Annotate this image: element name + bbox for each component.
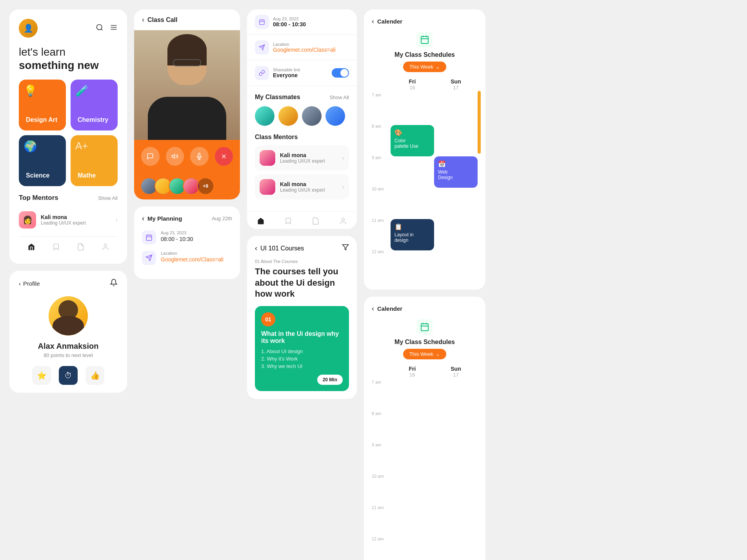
cal-layout-event[interactable]: 📋 Layout indesign	[391, 219, 434, 250]
volume-btn[interactable]	[166, 147, 184, 166]
svg-rect-28	[421, 324, 428, 331]
cal-bot-sun-name: Sun	[434, 366, 478, 372]
call-controls	[134, 140, 240, 173]
bell-icon[interactable]	[110, 279, 118, 288]
user-avatar[interactable]: 👤	[19, 19, 38, 38]
mentor-1-name: Kali mona	[280, 152, 338, 158]
cal-bot-time-col: 7 am 8 am 9 am 10 am 11 am 12 am	[372, 366, 391, 560]
classmates-show-all[interactable]: Show All	[329, 94, 349, 100]
cd-nav-bookmark-icon[interactable]	[284, 217, 292, 227]
cd-nav-profile-icon[interactable]	[339, 217, 347, 227]
thumbsup-action-btn[interactable]: 👍	[85, 366, 104, 385]
time-10am: 10 am	[372, 185, 391, 216]
class-detail-bottom-nav	[247, 211, 357, 229]
class-location-icon	[255, 40, 269, 54]
class-date-label: Aug 23, 2023	[273, 16, 349, 21]
classmate-2[interactable]	[278, 106, 298, 126]
chat-btn[interactable]	[141, 147, 160, 166]
class-call-back-icon[interactable]: ‹	[142, 16, 144, 24]
cal-bot-fri-name: Fri	[391, 366, 434, 372]
mic-btn[interactable]	[190, 147, 209, 166]
cal-fri-col: Fri 16 🎨 Colorpalette Use 📋	[391, 78, 434, 282]
cal-top-week-btn[interactable]: This Week ⌄	[403, 62, 446, 72]
shareable-toggle[interactable]	[332, 68, 349, 78]
planning-date-detail: Aug 23, 2023 08:00 - 10:30	[161, 230, 232, 242]
profile-actions: ⭐ ⏱ 👍	[19, 366, 118, 385]
cal-top-grid: 7 am 8 am 9 am 10 am 11 am 12 am Fri 16	[372, 78, 478, 282]
nav-home-icon[interactable]	[27, 243, 35, 253]
filter-icon[interactable]	[342, 244, 349, 253]
course-highlight: 01 What in the Ui design why its work 1.…	[255, 306, 349, 391]
cal-color-palette-event[interactable]: 🎨 Colorpalette Use	[391, 125, 434, 156]
star-action-btn[interactable]: ⭐	[32, 366, 51, 385]
cal-bot-fri-col: Fri 16	[391, 366, 434, 560]
header-icons	[96, 24, 118, 33]
profile-back-btn[interactable]: ‹ Profile	[19, 280, 40, 287]
cal-sun-header: Sun 17	[434, 78, 478, 91]
calendar-top-header: ‹ Calender	[372, 17, 478, 25]
end-call-btn[interactable]	[215, 147, 233, 166]
cal-bot-week-btn[interactable]: This Week ⌄	[403, 349, 446, 359]
cal-top-schedule-title: My Class Schedules	[372, 51, 478, 58]
cal-chevron-down-icon: ⌄	[436, 64, 440, 70]
sun-slot-9: 📅 WebDesign	[434, 156, 478, 188]
ui101-card: ‹ UI 101 Courses 01 About The Courses Th…	[247, 236, 357, 399]
classmate-4[interactable]	[325, 106, 345, 126]
cal-bot-chevron-down-icon: ⌄	[436, 351, 440, 357]
menu-icon[interactable]	[110, 24, 118, 33]
cal-top-back-icon[interactable]: ‹	[372, 17, 374, 25]
nav-profile-icon[interactable]	[102, 243, 109, 253]
classmates-title: My Classmates	[255, 94, 300, 101]
class-time-value: 08:00 - 10:30	[273, 21, 349, 27]
svg-point-22	[342, 218, 345, 221]
mentor-1-avatar	[260, 150, 275, 166]
search-icon[interactable]	[96, 24, 104, 33]
planning-back[interactable]: ‹ My Planning	[142, 214, 182, 223]
cal-bot-back-icon[interactable]: ‹	[372, 304, 374, 313]
show-all-mentors[interactable]: Show All	[98, 195, 118, 201]
fri-slot-9	[391, 156, 434, 188]
class-call-photo-area	[134, 30, 240, 140]
shareable-value: Everyone	[273, 72, 300, 78]
cal-fri-name: Fri	[391, 78, 434, 85]
svg-point-0	[97, 24, 102, 29]
planning-date-label: Aug 23, 2023	[161, 230, 232, 235]
cd-nav-home-icon[interactable]	[257, 217, 265, 227]
class-detail-date-row: Aug 23, 2023 08:00 - 10:30	[247, 9, 357, 35]
subject-science[interactable]: 🌍 Science	[19, 135, 66, 186]
nav-bookmark-icon[interactable]	[52, 243, 60, 253]
mentor-info: Kali mona Leading UI/UX expert	[41, 214, 111, 226]
planning-location: Lacation Googlemet.com/Class=ali	[142, 251, 232, 265]
bot-time-12am: 12 am	[372, 535, 391, 560]
cal-webdesign-event[interactable]: 📅 WebDesign	[434, 156, 478, 188]
ui101-back[interactable]: ‹ UI 101 Courses	[255, 244, 304, 252]
webdesign-label: WebDesign	[438, 169, 474, 180]
classmate-1[interactable]	[255, 106, 274, 126]
cd-nav-notes-icon[interactable]	[312, 217, 320, 227]
planning-datetime: Aug 23, 2023 08:00 - 10:30	[142, 230, 232, 245]
cal-bot-fri-header: Fri 16	[391, 366, 434, 378]
classmate-3[interactable]	[302, 106, 322, 126]
planning-location-value[interactable]: Googlemet.com/Class=ali	[161, 256, 232, 263]
shareable-icon	[255, 66, 269, 80]
profile-card: ‹ Profile Alax Anmaksion 80 points to ne	[9, 271, 127, 393]
subject-chemistry[interactable]: 🧪 Chemistry	[71, 80, 118, 130]
mentor-name: Kali mona	[41, 214, 111, 220]
top-mentors-header: Top Mentors Show All	[19, 194, 118, 202]
nav-notes-icon[interactable]	[77, 243, 85, 253]
course-duration: 20 Min	[317, 375, 343, 385]
ui101-title: UI 101 Courses	[260, 245, 304, 252]
mentor-card-1[interactable]: Kali mona Leading UI/UX expert ›	[255, 145, 349, 170]
mentor-item[interactable]: 👩 Kali mona Leading UI/UX expert ›	[19, 207, 118, 233]
shareable-left: Shareable link Everyone	[255, 66, 300, 80]
timer-action-btn[interactable]: ⏱	[59, 366, 78, 385]
fri-slot-11: 📋 Layout indesign	[391, 219, 434, 250]
class-location-value[interactable]: Googlemet.com/Class=ali	[273, 47, 349, 53]
mentor-2-avatar	[260, 179, 275, 195]
mentor-card-2[interactable]: Kali mona Leading UI/UX expert ›	[255, 174, 349, 199]
svg-marker-23	[343, 245, 349, 250]
subject-mathe[interactable]: A+ Mathe	[71, 135, 118, 186]
cal-bot-fri-num: 16	[391, 372, 434, 378]
planning-calendar-icon	[142, 230, 156, 245]
subject-design-art[interactable]: 💡 Design Art	[19, 80, 66, 130]
